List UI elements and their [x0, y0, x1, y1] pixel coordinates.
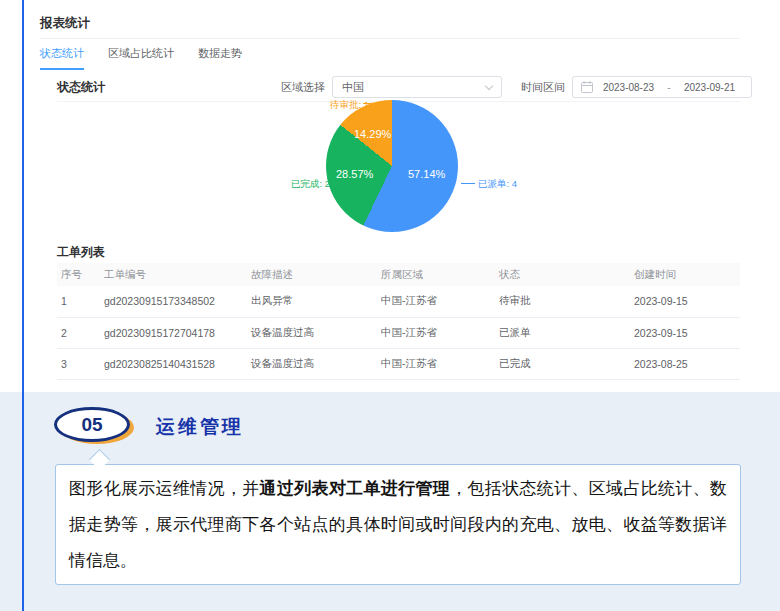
cell-index: 1: [57, 286, 100, 317]
region-select-label: 区域选择: [281, 80, 325, 95]
date-separator: -: [662, 82, 676, 93]
pie-percent-dispatched: 57.14%: [408, 168, 445, 180]
table-row: 3 gd20230825140431528 设备温度过高 中国-江苏省 已完成 …: [57, 348, 740, 379]
work-order-table: 序号 工单编号 故障描述 所属区域 状态 创建时间 1 gd2023091517…: [57, 263, 740, 380]
worklist-title: 工单列表: [57, 244, 105, 261]
tab-data-trend[interactable]: 数据走势: [198, 46, 242, 70]
cell-created: 2023-09-15: [630, 317, 740, 348]
pie-label-completed: 已完成: 2: [291, 178, 330, 191]
page: 报表统计 状态统计 区域占比统计 数据走势 状态统计 区域选择 中国 时间区间 …: [0, 0, 780, 611]
cell-status: 已派单: [495, 317, 630, 348]
divider: [40, 38, 740, 39]
col-header-index: 序号: [57, 263, 100, 286]
cell-created: 2023-09-15: [630, 286, 740, 317]
pie-leader-line: [330, 183, 344, 184]
cell-index: 2: [57, 317, 100, 348]
table-row: 2 gd20230915172704178 设备温度过高 中国-江苏省 已派单 …: [57, 317, 740, 348]
cell-fault: 设备温度过高: [247, 348, 377, 379]
description-text: 图形化展示运维情况，并通过列表对工单进行管理，包括状态统计、区域占比统计、数据走…: [69, 471, 727, 579]
cell-status: 已完成: [495, 348, 630, 379]
pie-leader-line: [461, 183, 475, 184]
section-number-badge: 05: [54, 407, 130, 442]
time-range-label: 时间区间: [521, 80, 565, 95]
date-start[interactable]: 2023-08-23: [595, 82, 662, 93]
description-box: 图形化展示运维情况，并通过列表对工单进行管理，包括状态统计、区域占比统计、数据走…: [55, 464, 741, 585]
table-header-row: 序号 工单编号 故障描述 所属区域 状态 创建时间: [57, 263, 740, 286]
status-pie-chart[interactable]: [326, 100, 458, 232]
time-range-group: 时间区间 2023-08-23 - 2023-09-21: [521, 76, 752, 98]
cell-order-id: gd20230915173348502: [100, 286, 247, 317]
cell-region: 中国-江苏省: [377, 348, 495, 379]
col-header-fault: 故障描述: [247, 263, 377, 286]
cell-status: 待审批: [495, 286, 630, 317]
report-tabs: 状态统计 区域占比统计 数据走势: [40, 46, 242, 70]
col-header-created: 创建时间: [630, 263, 740, 286]
cell-fault: 设备温度过高: [247, 317, 377, 348]
table-row: 1 gd20230915173348502 出风异常 中国-江苏省 待审批 20…: [57, 286, 740, 317]
section-title: 运维管理: [156, 414, 244, 440]
page-title: 报表统计: [40, 15, 90, 32]
region-select-value: 中国: [342, 80, 364, 95]
pie-percent-pending: 14.29%: [354, 128, 391, 140]
col-header-status: 状态: [495, 263, 630, 286]
region-select[interactable]: 中国: [332, 76, 502, 98]
date-end[interactable]: 2023-09-21: [676, 82, 743, 93]
region-select-group: 区域选择 中国: [281, 76, 502, 98]
panel-title: 状态统计: [57, 79, 105, 96]
cell-fault: 出风异常: [247, 286, 377, 317]
tab-status-statistics[interactable]: 状态统计: [40, 46, 84, 70]
description-bold-text: 通过列表对工单进行管理: [260, 479, 451, 498]
pie-label-dispatched: 已派单: 4: [478, 178, 517, 191]
cell-region: 中国-江苏省: [377, 286, 495, 317]
cell-region: 中国-江苏省: [377, 317, 495, 348]
cell-created: 2023-08-25: [630, 348, 740, 379]
tab-region-proportion[interactable]: 区域占比统计: [108, 46, 174, 70]
col-header-region: 所属区域: [377, 263, 495, 286]
cell-order-id: gd20230915172704178: [100, 317, 247, 348]
left-accent-line: [22, 0, 24, 611]
cell-order-id: gd20230825140431528: [100, 348, 247, 379]
pie-percent-completed: 28.57%: [336, 168, 373, 180]
chevron-down-icon: [485, 81, 493, 89]
calendar-icon: [581, 81, 593, 93]
date-range-picker[interactable]: 2023-08-23 - 2023-09-21: [572, 76, 752, 98]
cell-index: 3: [57, 348, 100, 379]
col-header-order-id: 工单编号: [100, 263, 247, 286]
pie-label-pending: 待审批: 1: [330, 99, 369, 112]
